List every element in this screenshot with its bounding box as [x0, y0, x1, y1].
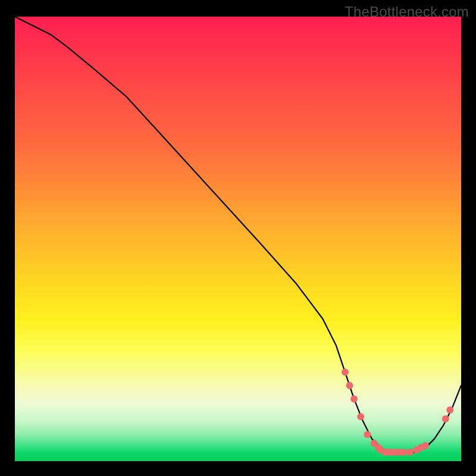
watermark-text: TheBottleneck.com: [345, 4, 469, 20]
curve-marker: [357, 413, 364, 420]
curve-marker: [442, 415, 449, 422]
bottleneck-curve: [15, 17, 461, 452]
chart-root: TheBottleneck.com: [0, 0, 476, 476]
plot-area: [15, 17, 461, 461]
curve-marker: [400, 449, 407, 456]
curve-marker: [342, 369, 349, 376]
curve-marker: [446, 406, 453, 414]
curve-marker: [350, 395, 358, 402]
curve-marker: [346, 382, 353, 389]
curve-markers: [342, 369, 453, 456]
curve-marker: [406, 449, 414, 456]
curve-layer: [15, 17, 461, 461]
curve-marker: [422, 442, 429, 449]
curve-marker: [364, 431, 371, 438]
